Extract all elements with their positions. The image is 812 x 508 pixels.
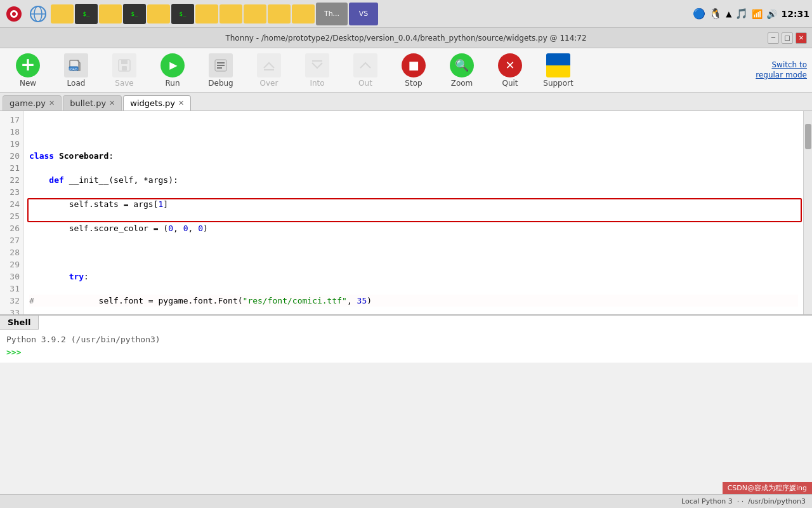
taskbar: $_ $_ $_ Th... VS 🔵 🐧 ▲ 🎵 📶 🔊 12:31 [0,0,812,28]
quit-button[interactable]: Quit [487,51,533,90]
debug-button[interactable]: Debug [198,51,244,90]
bluetooth-icon-2[interactable]: 🎵 [735,8,748,20]
terminal-icon-3[interactable]: $_ [171,4,194,24]
tabs-bar: game.py ✕ bullet.py ✕ widgets.py ✕ [0,93,812,111]
titlebar: Thonny - /home/prototype2/Desktop/versio… [0,28,812,48]
load-icon: LOAD [64,53,88,77]
minimize-button[interactable]: ─ [768,32,779,44]
tab-game-py[interactable]: game.py ✕ [3,95,62,110]
close-button[interactable]: ✕ [796,32,807,44]
folder-icon-6[interactable] [244,4,266,23]
statusbar-interpreter: Local Python 3 · · /usr/bin/python3 [681,497,806,505]
zoom-button[interactable]: Zoom [439,51,485,90]
tab-widgets-py[interactable]: widgets.py ✕ [123,95,191,110]
code-line-18: class Scoreboard: [29,150,798,162]
save-icon [112,53,136,77]
tab-close-widgets-py[interactable]: ✕ [178,99,184,107]
code-line-20: self.stats = args[1] [29,198,798,210]
new-icon [16,53,40,77]
svg-rect-11 [122,66,127,70]
code-line-23: try: [29,271,798,283]
support-button[interactable]: Support [535,51,581,90]
svg-rect-10 [121,60,128,64]
code-line-24: # self.font = pygame.font.Font("res/font… [29,295,798,307]
watermark: CSDN@容成为程序媛ing [723,482,812,494]
quit-label: Quit [502,79,518,88]
save-label: Save [115,79,133,88]
shell-prompt-line: >>> [6,346,806,359]
linux-icon[interactable]: 🐧 [709,8,722,20]
quit-icon [498,53,522,77]
out-icon [353,53,377,77]
code-line-17 [29,126,798,138]
support-icon [546,53,570,77]
scroll-thumb[interactable] [805,124,811,149]
shell-prompt: >>> [6,347,21,357]
folder-icon-1[interactable] [51,4,74,23]
over-label: Over [260,79,278,88]
volume-icon[interactable]: 🔊 [766,9,777,19]
thonny-taskbar[interactable]: Th... [316,3,348,25]
toolbar: New LOAD Load Save Run Debug [0,48,812,93]
out-button[interactable]: Out [343,51,388,90]
tab-close-game-py[interactable]: ✕ [49,99,55,107]
browser-icon[interactable] [27,3,49,25]
new-button[interactable]: New [5,51,51,90]
svg-point-2 [12,12,16,16]
load-label: Load [67,79,86,88]
code-line-19: def __init__(self, *args): [29,174,798,186]
folder-icon-8[interactable] [292,4,315,23]
debug-icon [209,53,233,77]
line-numbers: 17 18 19 20 21 22 23 24 25 26 27 28 29 3… [0,111,24,314]
new-label: New [20,79,36,88]
shell-python-version: Python 3.9.2 (/usr/bin/python3) [6,333,806,346]
stop-button[interactable]: Stop [391,51,436,90]
taskbar-right: 🔵 🐧 ▲ 🎵 📶 🔊 12:31 [693,8,809,20]
zoom-icon [450,53,474,77]
raspberry-icon[interactable] [3,3,25,25]
maximize-button[interactable]: □ [782,32,793,44]
code-editor[interactable]: class Scoreboard: def __init__(self, *ar… [24,111,803,314]
tab-bullet-py[interactable]: bullet.py ✕ [63,95,122,110]
support-label: Support [543,79,573,88]
run-label: Run [165,79,180,88]
zoom-label: Zoom [451,79,473,88]
vertical-scrollbar[interactable] [803,111,812,314]
statusbar: Local Python 3 · · /usr/bin/python3 [0,494,812,508]
run-icon [160,53,185,77]
code-line-22 [29,246,798,258]
editor-area: 17 18 19 20 21 22 23 24 25 26 27 28 29 3… [0,111,812,314]
folder-icon-4[interactable] [195,4,218,23]
out-label: Out [358,79,372,88]
switch-mode-link[interactable]: Switch to regular mode [750,60,807,80]
bluetooth-icon[interactable]: 🔵 [693,8,705,20]
folder-icon-2[interactable] [99,4,122,23]
save-button[interactable]: Save [102,51,147,90]
svg-text:LOAD: LOAD [69,67,77,71]
into-label: Into [310,79,324,88]
vs-icon[interactable]: VS [349,3,378,25]
stop-label: Stop [405,79,422,88]
debug-label: Debug [208,79,233,88]
shell-tab[interactable]: Shell [0,316,39,330]
into-button[interactable]: Into [294,51,340,90]
titlebar-controls: ─ □ ✕ [768,32,807,44]
code-line-21: self.score_color = (0, 0, 0) [29,222,798,234]
over-button[interactable]: Over [246,51,292,90]
over-icon [257,53,281,77]
folder-icon-3[interactable] [147,4,170,23]
wifi-icon[interactable]: 📶 [752,9,763,19]
stop-icon [402,53,426,77]
up-arrow-icon[interactable]: ▲ [726,10,731,18]
into-icon [305,53,329,77]
tab-close-bullet-py[interactable]: ✕ [109,99,115,107]
shell-content: Python 3.9.2 (/usr/bin/python3) >>> [0,330,812,363]
taskbar-time: 12:31 [781,9,809,19]
folder-icon-5[interactable] [219,4,242,23]
shell-area: Shell Python 3.9.2 (/usr/bin/python3) >>… [0,314,812,363]
terminal-icon-1[interactable]: $_ [75,4,98,24]
folder-icon-7[interactable] [268,4,291,23]
terminal-icon-2[interactable]: $_ [123,4,146,24]
run-button[interactable]: Run [150,51,195,90]
load-button[interactable]: LOAD Load [53,51,99,90]
